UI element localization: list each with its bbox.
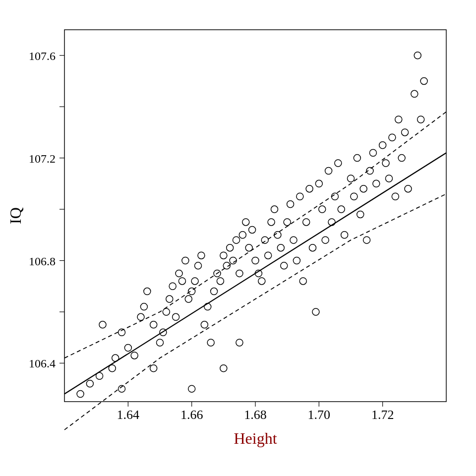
svg-text:1.68: 1.68 xyxy=(244,408,267,422)
x-axis-label: Height xyxy=(234,429,277,447)
svg-text:107.2: 107.2 xyxy=(29,152,56,165)
svg-rect-0 xyxy=(64,30,446,402)
y-axis-label: IQ xyxy=(6,207,24,224)
svg-text:106.4: 106.4 xyxy=(29,357,56,370)
svg-text:107.6: 107.6 xyxy=(29,50,56,62)
svg-text:1.66: 1.66 xyxy=(180,408,203,422)
svg-text:1.64: 1.64 xyxy=(117,408,140,422)
svg-text:106.8: 106.8 xyxy=(29,255,56,268)
chart-container: 1.641.661.681.701.72106.4106.8107.2107.6… xyxy=(0,0,476,476)
svg-text:1.70: 1.70 xyxy=(308,408,331,422)
scatter-plot: 1.641.661.681.701.72106.4106.8107.2107.6… xyxy=(0,0,476,476)
svg-text:1.72: 1.72 xyxy=(371,408,394,422)
